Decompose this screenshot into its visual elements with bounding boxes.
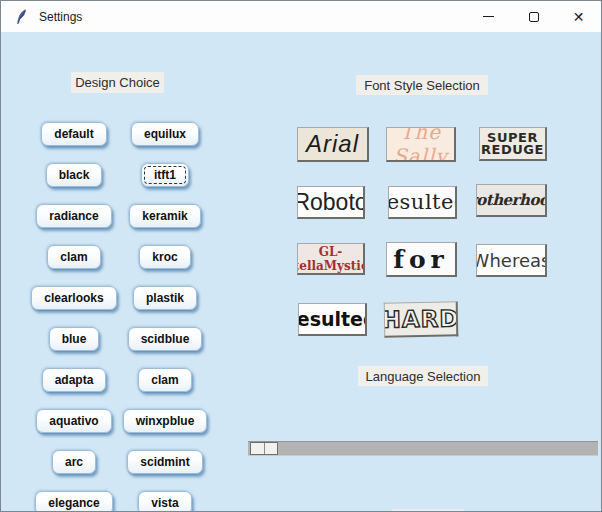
maximize-button[interactable] — [511, 1, 556, 32]
font-button-super-reduge-line2: REDUGE — [481, 144, 544, 156]
title-bar: Settings ✕ — [1, 1, 601, 32]
font-button-roboto[interactable]: Roboto — [297, 186, 365, 219]
language-scrollbar[interactable] — [248, 441, 598, 456]
close-icon: ✕ — [573, 10, 585, 24]
font-button-super-reduge[interactable]: SUPER REDUGE — [479, 127, 547, 161]
theme-button-radiance[interactable]: radiance — [36, 204, 111, 228]
maximize-icon — [529, 12, 539, 22]
close-button[interactable]: ✕ — [556, 1, 601, 32]
language-selection-heading: Language Selection — [358, 366, 488, 386]
theme-button-keramik[interactable]: keramik — [129, 204, 200, 228]
font-button-resulted-bold[interactable]: resulted — [298, 303, 367, 336]
theme-button-clam[interactable]: clam — [47, 245, 100, 269]
settings-window: Settings ✕ Design Choice Font Style Sele… — [0, 0, 602, 512]
theme-button-elegance[interactable]: elegance — [35, 491, 112, 512]
font-button-hard[interactable]: HARD — [384, 301, 459, 337]
theme-button-arc[interactable]: arc — [52, 450, 96, 474]
design-choice-heading: Design Choice — [71, 72, 164, 93]
theme-button-clam-2[interactable]: clam — [138, 368, 191, 392]
font-style-heading: Font Style Selection — [356, 75, 488, 95]
theme-button-adapta[interactable]: adapta — [42, 368, 107, 392]
theme-button-black[interactable]: black — [46, 163, 103, 187]
font-button-whereas[interactable]: Whereas — [476, 244, 547, 277]
theme-column-2: equilux itft1 keramik kroc plastik scidb… — [105, 122, 225, 512]
theme-button-vista[interactable]: vista — [138, 491, 191, 512]
theme-button-clearlooks[interactable]: clearlooks — [31, 286, 116, 310]
theme-button-aquativo[interactable]: aquativo — [36, 409, 111, 433]
minimize-button[interactable] — [466, 1, 511, 32]
theme-button-plastik[interactable]: plastik — [133, 286, 197, 310]
font-button-resulted[interactable]: resulted — [388, 186, 457, 219]
theme-button-winxpblue[interactable]: winxpblue — [123, 409, 208, 433]
theme-button-scidmint[interactable]: scidmint — [127, 450, 202, 474]
font-button-for[interactable]: for — [386, 242, 457, 277]
theme-button-itft1[interactable]: itft1 — [141, 163, 189, 187]
window-title: Settings — [39, 10, 82, 24]
tkinter-feather-icon — [14, 9, 29, 25]
theme-button-kroc[interactable]: kroc — [139, 245, 190, 269]
language-scrollbar-thumb[interactable] — [250, 442, 278, 455]
font-button-gl-stellamystica[interactable]: GL-StellaMystica — [297, 243, 365, 275]
theme-button-equilux[interactable]: equilux — [131, 122, 199, 146]
window-controls: ✕ — [466, 1, 601, 32]
settings-content: Design Choice Font Style Selection Langu… — [1, 32, 601, 511]
font-button-the-sally[interactable]: The Sally — [386, 127, 456, 162]
font-button-brotherhood[interactable]: brotherhood. — [476, 184, 547, 217]
theme-button-default[interactable]: default — [41, 122, 106, 146]
theme-button-blue[interactable]: blue — [49, 327, 100, 351]
font-button-arial[interactable]: Arial — [297, 127, 369, 162]
theme-button-scidblue[interactable]: scidblue — [128, 327, 203, 351]
minimize-icon — [483, 16, 494, 17]
